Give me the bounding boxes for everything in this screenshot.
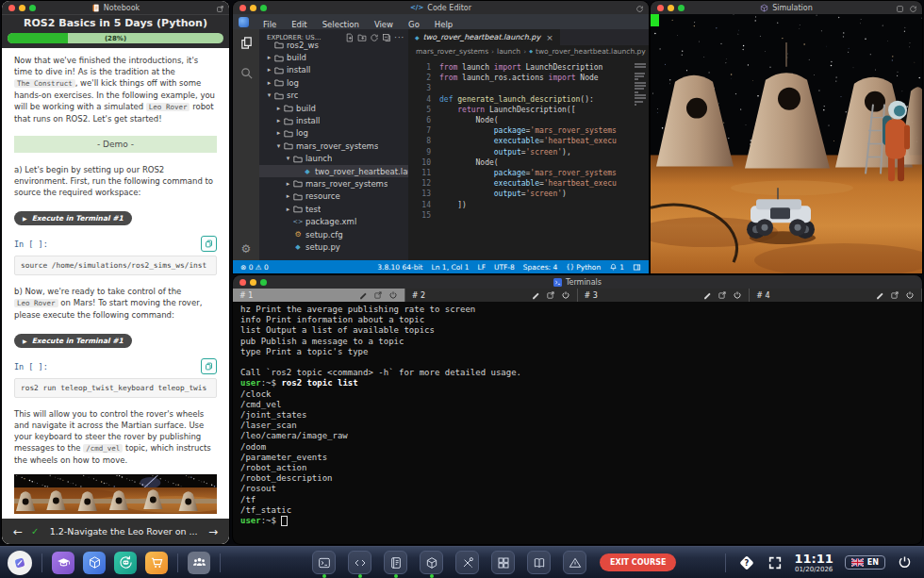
tree-item-build[interactable]: ▸build: [259, 102, 408, 114]
problems-indicator[interactable]: ⊗ 0 ⚠ 0: [240, 263, 269, 272]
tree-item-install[interactable]: ▸install: [259, 64, 408, 76]
construct-logo-icon[interactable]: [8, 551, 32, 575]
tools-app-icon[interactable]: [455, 551, 479, 574]
rosjects-app-icon[interactable]: [114, 552, 137, 574]
restart-terminal-icon[interactable]: [905, 290, 915, 300]
breadcrumb-item[interactable]: mars_rover_systems: [416, 47, 488, 56]
code-cell-source[interactable]: source /home/simulations/ros2_sims_ws/in…: [14, 256, 217, 275]
notebook-app-icon[interactable]: [384, 551, 407, 574]
code-cell-teleop[interactable]: ros2 run teleop_twist_keyboard teleop_tw…: [14, 378, 217, 398]
tree-item-test[interactable]: ▸test: [259, 203, 408, 215]
refresh-icon[interactable]: [635, 1, 644, 17]
close-button[interactable]: [8, 5, 15, 11]
menu-selection[interactable]: Selection: [315, 20, 367, 29]
tree-item-package.xml[interactable]: <>package.xml: [259, 215, 408, 227]
fullscreen-icon[interactable]: [767, 555, 783, 570]
tree-item-log[interactable]: ▸log: [259, 76, 408, 89]
editor-tab[interactable]: ◆ two_rover_heartbeat.launch.py ×: [408, 29, 560, 45]
menu-edit[interactable]: Edit: [284, 20, 314, 29]
breadcrumb-item[interactable]: two_rover_heartbeat.launch.py: [536, 47, 646, 56]
simulations-app-icon[interactable]: [83, 552, 106, 574]
copy-button[interactable]: [201, 236, 217, 252]
new-file-icon[interactable]: [345, 33, 355, 42]
minimize-button[interactable]: [250, 279, 256, 286]
status-python[interactable]: {}Python: [566, 263, 601, 272]
maximize-button[interactable]: [260, 5, 267, 11]
tree-item-resource[interactable]: ▸resource: [259, 190, 408, 203]
open-external-icon[interactable]: [718, 290, 727, 300]
tree-item-install[interactable]: ▸install: [259, 114, 408, 126]
store-app-icon[interactable]: [145, 552, 168, 574]
tree-item-two_rover_heartbeat.lau...[interactable]: ◆two_rover_heartbeat.lau...: [259, 165, 408, 177]
terminal-output[interactable]: hz Print the average publishing rate to …: [233, 302, 922, 544]
terminal-app-icon[interactable]: [312, 551, 336, 574]
expand-icon[interactable]: [216, 1, 224, 17]
window-controls[interactable]: [233, 279, 267, 286]
status-lf[interactable]: LF: [477, 263, 486, 272]
close-button[interactable]: [657, 5, 664, 11]
next-lesson-button[interactable]: →: [208, 525, 218, 538]
tree-item-log[interactable]: ▸log: [259, 127, 408, 140]
rename-terminal-icon[interactable]: [875, 290, 884, 300]
restart-terminal-icon[interactable]: [733, 290, 742, 300]
window-controls[interactable]: [2, 5, 36, 11]
more-actions-icon[interactable]: ···: [394, 34, 404, 42]
docs-app-icon[interactable]: [527, 551, 551, 574]
window-controls[interactable]: [233, 5, 267, 11]
open-external-icon[interactable]: [890, 290, 899, 300]
tree-item-setup.py[interactable]: ◆setup.py: [259, 240, 408, 253]
restart-terminal-icon[interactable]: [388, 290, 398, 300]
code-editor-content[interactable]: 123456789101112131415 from launch import…: [408, 57, 649, 260]
terminal-tab-1[interactable]: # 1: [233, 289, 405, 302]
new-folder-icon[interactable]: [357, 33, 367, 42]
status-utf-8[interactable]: UTF-8: [494, 263, 515, 272]
tree-item-setup.cfg[interactable]: ⚙setup.cfg: [259, 228, 408, 240]
clock[interactable]: 11:11 01/20/2026: [794, 553, 833, 573]
code-app-icon[interactable]: [348, 551, 371, 574]
terminal-tab-2[interactable]: # 2: [405, 289, 578, 302]
community-app-icon[interactable]: [188, 552, 210, 574]
breadcrumb[interactable]: mars_rover_systems›launch›◆two_rover_hea…: [408, 45, 649, 57]
execute-terminal-button-2[interactable]: ▶ Execute in Terminal #1: [14, 334, 132, 348]
language-selector[interactable]: EN: [845, 555, 885, 570]
tab-close-icon[interactable]: ×: [546, 33, 553, 42]
close-button[interactable]: [239, 5, 246, 11]
tree-item-build[interactable]: ▸build: [259, 51, 408, 63]
notebook-body[interactable]: Now that we've finished the introduction…: [2, 48, 229, 519]
prev-lesson-button[interactable]: ←: [13, 525, 23, 538]
layout-app-icon[interactable]: [491, 551, 515, 574]
alert-app-icon[interactable]: [563, 551, 586, 574]
close-button[interactable]: [239, 279, 246, 286]
menu-go[interactable]: Go: [401, 20, 427, 29]
vscode-logo-icon[interactable]: [239, 17, 249, 27]
minimap[interactable]: [635, 63, 647, 109]
help-icon[interactable]: ?: [737, 553, 756, 572]
search-icon[interactable]: [239, 66, 254, 84]
academy-app-icon[interactable]: [52, 552, 74, 574]
rename-terminal-icon[interactable]: [702, 290, 712, 300]
status-1[interactable]: 1: [609, 263, 624, 272]
tree-item-src[interactable]: ▾src: [259, 90, 408, 102]
tree-item-mars_rover_systems[interactable]: ▾mars_rover_systems: [259, 140, 408, 152]
execute-terminal-button-1[interactable]: ▶ Execute in Terminal #1: [14, 211, 132, 225]
menu-help[interactable]: Help: [427, 20, 460, 29]
window-controls[interactable]: [651, 5, 685, 11]
power-icon[interactable]: [897, 554, 913, 570]
status-spaces-4[interactable]: Spaces: 4: [523, 263, 557, 272]
exit-course-button[interactable]: EXIT COURSE: [600, 553, 676, 571]
menu-view[interactable]: View: [367, 20, 401, 29]
minimize-button[interactable]: [19, 5, 25, 11]
copy-button[interactable]: [201, 358, 217, 374]
tree-item-mars_rover_systems[interactable]: ▸mars_rover_systems: [259, 177, 408, 190]
terminal-tab-3[interactable]: # 3: [578, 289, 751, 302]
refresh-explorer-icon[interactable]: [370, 33, 379, 42]
maximize-button[interactable]: [260, 279, 267, 286]
tree-item-launch[interactable]: ▾launch: [259, 153, 408, 165]
status-3-8-10-64-bit[interactable]: 3.8.10 64-bit: [377, 263, 422, 272]
status-ln-1-col-1[interactable]: Ln 1, Col 1: [432, 263, 470, 272]
restart-terminal-icon[interactable]: [561, 290, 570, 300]
open-external-icon[interactable]: [373, 290, 383, 300]
open-external-icon[interactable]: [546, 290, 555, 300]
breadcrumb-item[interactable]: launch: [497, 47, 520, 56]
rename-terminal-icon[interactable]: [358, 290, 368, 300]
